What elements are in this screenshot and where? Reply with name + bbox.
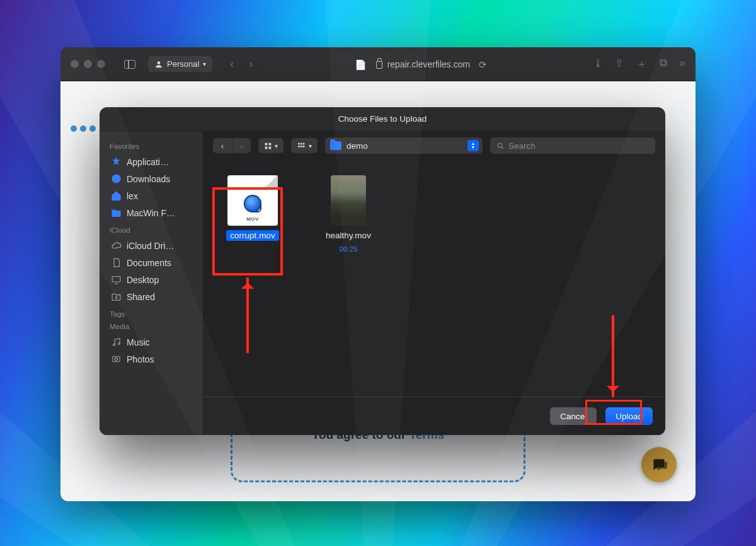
dialog-title: Choose Files to Upload <box>100 107 665 131</box>
quicktime-icon <box>244 195 261 212</box>
svg-point-18 <box>498 143 502 148</box>
sidebar-item-documents[interactable]: Documents <box>108 254 203 271</box>
sidebar-item-shared[interactable]: Shared <box>108 288 203 305</box>
sidebar-item-home[interactable]: lex <box>108 187 203 204</box>
svg-point-3 <box>115 297 117 299</box>
file-open-dialog: Choose Files to Upload Favorites Applica… <box>100 107 665 435</box>
overflow-icon[interactable]: » <box>680 57 685 71</box>
photos-icon <box>111 354 122 364</box>
folder-icon <box>330 141 341 150</box>
chat-button[interactable] <box>641 447 677 482</box>
window-traffic-lights[interactable] <box>71 60 105 68</box>
sidebar-item-label: Music <box>127 337 150 347</box>
sidebar-item-label: Downloads <box>127 174 170 184</box>
group-by-button[interactable]: ▾ <box>291 138 318 153</box>
search-icon <box>496 142 505 150</box>
file-ext-badge: MOV <box>246 216 259 222</box>
sidebar-item-label: Photos <box>127 354 154 364</box>
svg-rect-8 <box>265 142 268 145</box>
file-thumbnail <box>331 175 366 226</box>
profile-label: Personal <box>167 59 199 69</box>
sidebar-item-label: iCloud Dri… <box>127 241 174 251</box>
chevron-down-icon: ▾ <box>309 142 312 149</box>
grid-icon <box>264 142 272 150</box>
svg-rect-16 <box>301 145 302 147</box>
file-item[interactable]: healthy.mov 00:25 <box>314 175 383 253</box>
path-updown-icon[interactable]: ▲▼ <box>467 140 479 151</box>
file-duration: 00:25 <box>340 245 358 253</box>
svg-rect-11 <box>269 146 272 149</box>
sidebar-item-icloud-drive[interactable]: iCloud Dri… <box>108 237 203 254</box>
nav-back-icon[interactable]: ‹ <box>230 57 234 71</box>
view-mode-icons[interactable]: ▾ <box>258 138 284 153</box>
site-logo <box>71 125 96 132</box>
chevron-down-icon: ▾ <box>203 61 206 67</box>
desktop-icon <box>111 274 122 285</box>
file-name: corrupt.mov <box>226 230 278 241</box>
tabs-icon[interactable]: ⧉ <box>660 57 667 71</box>
dialog-sidebar: Favorites Applicati… Downloads lex MacWi… <box>100 131 203 435</box>
cloud-icon <box>111 240 122 251</box>
sidebar-item-desktop[interactable]: Desktop <box>108 271 203 288</box>
reader-icon[interactable]: 📄 <box>355 59 367 69</box>
sidebar-item-photos[interactable]: Photos <box>108 351 203 368</box>
document-icon <box>111 257 122 268</box>
sidebar-heading-icloud: iCloud <box>110 226 203 234</box>
sidebar-heading-favorites: Favorites <box>110 142 203 150</box>
svg-point-0 <box>158 61 161 64</box>
sidebar-heading-media: Media <box>110 323 203 330</box>
path-control[interactable]: demo ▲▼ <box>325 137 483 154</box>
sidebar-toggle-icon[interactable] <box>124 60 135 69</box>
chat-icon <box>651 456 667 473</box>
nav-back-forward[interactable]: ‹ › <box>213 138 251 153</box>
svg-rect-2 <box>112 277 120 282</box>
back-button[interactable]: ‹ <box>213 138 232 153</box>
svg-point-7 <box>115 357 117 360</box>
svg-rect-9 <box>269 142 272 145</box>
upload-button[interactable]: Upload <box>605 407 653 425</box>
downloads-icon[interactable]: ⤓ <box>593 57 602 71</box>
lock-icon <box>376 61 382 69</box>
reload-icon[interactable]: ⟳ <box>479 59 491 69</box>
chevron-down-icon: ▾ <box>275 142 278 149</box>
svg-rect-15 <box>298 145 300 147</box>
browser-toolbar: Personal ▾ ‹ › 📄 repair.cleverfiles.com … <box>60 47 696 81</box>
sidebar-item-macwin[interactable]: MacWin F… <box>108 204 203 221</box>
file-name: healthy.mov <box>322 230 375 241</box>
path-label: demo <box>346 141 368 151</box>
new-tab-icon[interactable]: ＋ <box>636 57 647 71</box>
cancel-button[interactable]: Cancel <box>550 407 597 425</box>
svg-rect-12 <box>298 142 300 144</box>
svg-rect-17 <box>303 145 305 147</box>
shared-folder-icon <box>111 291 122 302</box>
search-placeholder: Search <box>508 141 536 151</box>
sidebar-item-label: Applicati… <box>127 157 169 167</box>
svg-rect-13 <box>301 142 302 144</box>
sidebar-item-label: MacWin F… <box>127 208 175 218</box>
sidebar-item-label: Desktop <box>127 275 159 285</box>
svg-rect-14 <box>303 142 305 144</box>
sidebar-heading-tags: Tags <box>110 310 203 318</box>
sidebar-item-label: lex <box>127 191 138 201</box>
forward-button[interactable]: › <box>232 138 251 153</box>
nav-forward-icon[interactable]: › <box>249 57 253 71</box>
sidebar-item-downloads[interactable]: Downloads <box>108 170 203 187</box>
downloads-icon <box>111 173 122 184</box>
svg-rect-6 <box>113 356 120 362</box>
file-item[interactable]: MOV corrupt.mov <box>218 175 287 241</box>
person-icon <box>154 60 163 69</box>
address-bar[interactable]: repair.cleverfiles.com <box>376 59 471 69</box>
svg-point-5 <box>118 343 120 345</box>
profile-pill[interactable]: Personal ▾ <box>148 56 212 72</box>
sidebar-item-applications[interactable]: Applicati… <box>108 153 203 170</box>
sidebar-item-music[interactable]: Music <box>108 334 203 351</box>
apps-icon <box>111 156 122 167</box>
address-text: repair.cleverfiles.com <box>387 59 471 69</box>
dialog-footer: Cancel Upload <box>203 397 665 435</box>
file-browser-area[interactable]: MOV corrupt.mov healthy.mov 00:25 <box>203 160 665 397</box>
sidebar-item-label: Shared <box>127 292 155 302</box>
folder-icon <box>111 207 122 218</box>
dialog-toolbar: ‹ › ▾ ▾ demo ▲▼ Search <box>203 131 665 160</box>
share-icon[interactable]: ⇧ <box>615 57 624 71</box>
search-field[interactable]: Search <box>490 137 655 154</box>
